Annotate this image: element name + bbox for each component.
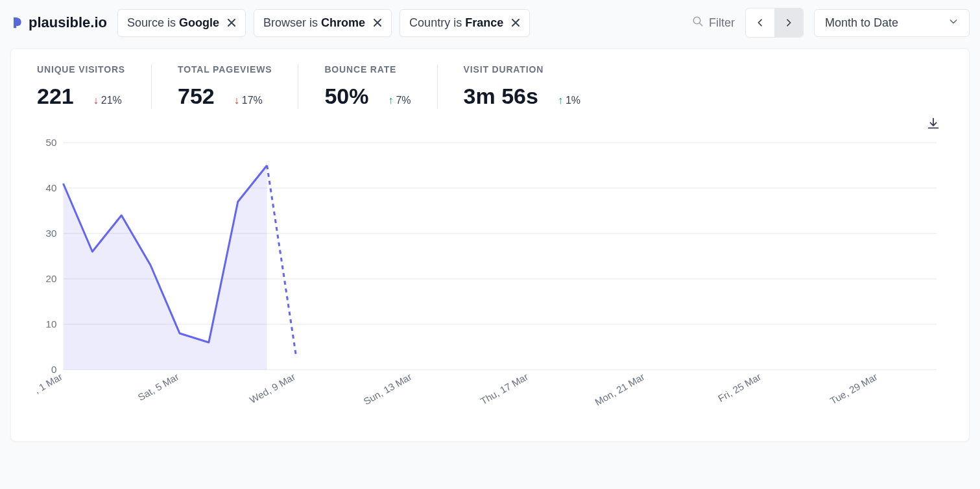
filter-label: Filter: [709, 16, 735, 30]
download-button[interactable]: [37, 117, 943, 131]
svg-text:Tue, 29 Mar: Tue, 29 Mar: [828, 371, 879, 407]
next-period-button[interactable]: [774, 8, 803, 37]
arrow-down-icon: ↓: [93, 95, 99, 106]
filter-chip-country[interactable]: Country is France: [400, 9, 530, 37]
svg-text:Fri, 25 Mar: Fri, 25 Mar: [716, 371, 763, 404]
prev-period-button[interactable]: [746, 8, 774, 37]
arrow-up-icon: ↑: [388, 95, 393, 106]
svg-text:Tue, 1 Mar: Tue, 1 Mar: [37, 371, 64, 404]
plausible-logo-icon: [10, 16, 23, 29]
svg-text:50: 50: [45, 137, 56, 148]
download-icon: [926, 117, 940, 131]
topbar: plausible.io Source is Google Browser is…: [0, 0, 980, 48]
svg-text:40: 40: [45, 182, 56, 193]
brand-name: plausible.io: [29, 14, 107, 31]
close-icon[interactable]: [511, 18, 520, 27]
brand[interactable]: plausible.io: [10, 14, 107, 31]
svg-text:10: 10: [45, 318, 56, 329]
svg-text:Mon, 21 Mar: Mon, 21 Mar: [593, 371, 646, 408]
filter-chip-browser[interactable]: Browser is Chrome: [254, 9, 392, 37]
svg-text:Sun, 13 Mar: Sun, 13 Mar: [361, 371, 413, 407]
stat-bounce-rate[interactable]: BOUNCE RATE 50% ↑7%: [324, 64, 437, 109]
stat-total-pageviews[interactable]: TOTAL PAGEVIEWS 752 ↓17%: [178, 64, 298, 109]
close-icon[interactable]: [227, 18, 236, 27]
svg-text:20: 20: [45, 273, 56, 284]
main-panel: UNIQUE VISITORS 221 ↓21% TOTAL PAGEVIEWS…: [10, 48, 970, 442]
svg-text:Thu, 17 Mar: Thu, 17 Mar: [479, 371, 530, 407]
arrow-up-icon: ↑: [558, 95, 563, 106]
svg-text:30: 30: [45, 228, 56, 239]
svg-text:Wed, 9 Mar: Wed, 9 Mar: [248, 371, 297, 405]
svg-text:Sat, 5 Mar: Sat, 5 Mar: [136, 371, 180, 403]
search-icon: [692, 16, 704, 30]
stats-row: UNIQUE VISITORS 221 ↓21% TOTAL PAGEVIEWS…: [37, 64, 943, 109]
filter-button[interactable]: Filter: [692, 16, 735, 30]
filter-chip-source[interactable]: Source is Google: [117, 9, 246, 37]
stat-visit-duration[interactable]: VISIT DURATION 3m 56s ↑1%: [464, 64, 606, 109]
period-label: Month to Date: [825, 16, 898, 30]
period-select[interactable]: Month to Date: [814, 9, 970, 37]
chevron-down-icon: [948, 16, 959, 30]
period-nav: [745, 8, 804, 38]
close-icon[interactable]: [373, 18, 382, 27]
stat-unique-visitors[interactable]: UNIQUE VISITORS 221 ↓21%: [37, 64, 152, 109]
visitors-chart[interactable]: 01020304050Tue, 1 MarSat, 5 MarWed, 9 Ma…: [37, 136, 943, 415]
arrow-down-icon: ↓: [234, 95, 239, 106]
